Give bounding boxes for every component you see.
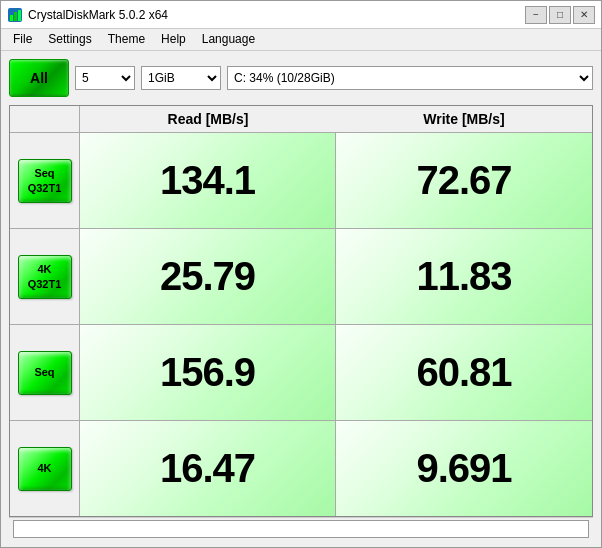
- 4k-q32t1-write-value: 11.83: [416, 254, 511, 299]
- close-button[interactable]: ✕: [573, 6, 595, 24]
- 4k-read-cell: 16.47: [80, 421, 336, 516]
- maximize-button[interactable]: □: [549, 6, 571, 24]
- 4k-q32t1-read-cell: 25.79: [80, 229, 336, 324]
- window-controls: − □ ✕: [525, 6, 595, 24]
- table-body: SeqQ32T1 134.1 72.67 4KQ32T1: [10, 133, 592, 516]
- table-row: 4KQ32T1 25.79 11.83: [10, 229, 592, 325]
- main-window: CrystalDiskMark 5.0.2 x64 − □ ✕ File Set…: [0, 0, 602, 548]
- all-button[interactable]: All: [9, 59, 69, 97]
- runs-select[interactable]: 5 1 3 9: [75, 66, 135, 90]
- table-row: 4K 16.47 9.691: [10, 421, 592, 516]
- svg-rect-3: [18, 10, 21, 21]
- table-row: Seq 156.9 60.81: [10, 325, 592, 421]
- seq-read-cell: 156.9: [80, 325, 336, 420]
- 4k-write-cell: 9.691: [336, 421, 592, 516]
- row-label-4k-q32t1: 4KQ32T1: [10, 229, 80, 324]
- menu-theme[interactable]: Theme: [100, 31, 153, 48]
- disk-select[interactable]: C: 34% (10/28GiB): [227, 66, 593, 90]
- 4k-q32t1-read-value: 25.79: [160, 254, 255, 299]
- seq-read-value: 156.9: [160, 350, 255, 395]
- menu-settings[interactable]: Settings: [40, 31, 99, 48]
- seq-q32t1-button[interactable]: SeqQ32T1: [18, 159, 72, 203]
- title-bar: CrystalDiskMark 5.0.2 x64 − □ ✕: [1, 1, 601, 29]
- write-header-cell: Write [MB/s]: [336, 106, 592, 132]
- table-header: Read [MB/s] Write [MB/s]: [10, 106, 592, 133]
- row-label-4k: 4K: [10, 421, 80, 516]
- 4k-q32t1-write-cell: 11.83: [336, 229, 592, 324]
- label-header-cell: [10, 106, 80, 132]
- status-field: [13, 520, 589, 538]
- 4k-read-value: 16.47: [160, 446, 255, 491]
- benchmark-table: Read [MB/s] Write [MB/s] SeqQ32T1 134.1: [9, 105, 593, 517]
- menu-file[interactable]: File: [5, 31, 40, 48]
- svg-rect-2: [14, 12, 17, 21]
- controls-row: All 5 1 3 9 1GiB 512MiB 2GiB 4GiB C: 34%…: [9, 59, 593, 97]
- size-select[interactable]: 1GiB 512MiB 2GiB 4GiB: [141, 66, 221, 90]
- row-label-seq-q32t1: SeqQ32T1: [10, 133, 80, 228]
- menu-language[interactable]: Language: [194, 31, 263, 48]
- 4k-button[interactable]: 4K: [18, 447, 72, 491]
- seq-q32t1-read-value: 134.1: [160, 158, 255, 203]
- minimize-button[interactable]: −: [525, 6, 547, 24]
- seq-q32t1-write-value: 72.67: [416, 158, 511, 203]
- seq-write-value: 60.81: [416, 350, 511, 395]
- app-icon: [7, 7, 23, 23]
- seq-write-cell: 60.81: [336, 325, 592, 420]
- menu-help[interactable]: Help: [153, 31, 194, 48]
- window-title: CrystalDiskMark 5.0.2 x64: [28, 8, 525, 22]
- seq-q32t1-write-cell: 72.67: [336, 133, 592, 228]
- svg-rect-1: [10, 15, 13, 21]
- status-bar: [9, 517, 593, 539]
- 4k-write-value: 9.691: [416, 446, 511, 491]
- table-row: SeqQ32T1 134.1 72.67: [10, 133, 592, 229]
- 4k-q32t1-button[interactable]: 4KQ32T1: [18, 255, 72, 299]
- content-area: All 5 1 3 9 1GiB 512MiB 2GiB 4GiB C: 34%…: [1, 51, 601, 547]
- row-label-seq: Seq: [10, 325, 80, 420]
- menu-bar: File Settings Theme Help Language: [1, 29, 601, 51]
- seq-q32t1-read-cell: 134.1: [80, 133, 336, 228]
- seq-button[interactable]: Seq: [18, 351, 72, 395]
- read-header-cell: Read [MB/s]: [80, 106, 336, 132]
